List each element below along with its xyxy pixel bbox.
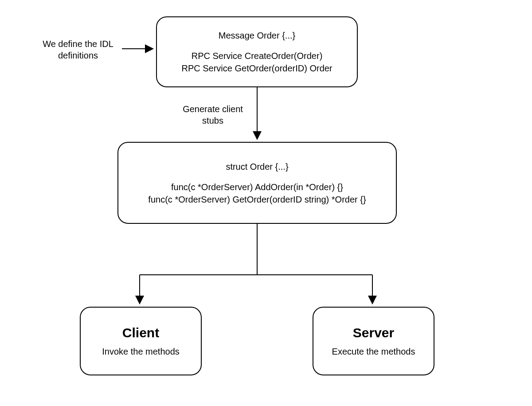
stubs-line3: func(c *OrderServer) GetOrder(orderID st… [148, 193, 366, 206]
server-subtitle: Execute the methods [332, 347, 415, 357]
client-subtitle: Invoke the methods [102, 347, 180, 357]
server-title: Server [353, 325, 394, 340]
idl-line2: RPC Service CreateOrder(Order) [192, 50, 323, 62]
arrow-to-box1 [122, 47, 157, 55]
client-title: Client [122, 325, 159, 340]
generate-stubs-label: Generate client stubs [173, 103, 253, 126]
stubs-line2: func(c *OrderServer) AddOrder(in *Order)… [171, 181, 343, 193]
idl-definition-label: We define the IDL definitions [34, 38, 122, 61]
idl-box: Message Order {...} RPC Service CreateOr… [156, 16, 358, 87]
idl-line1: Message Order {...} [219, 29, 295, 42]
client-box: Client Invoke the methods [80, 307, 202, 375]
branch-arrows [133, 224, 381, 308]
idl-line3: RPC Service GetOrder(orderID) Order [181, 62, 332, 74]
server-box: Server Execute the methods [313, 307, 434, 375]
arrow-box1-to-box2 [255, 87, 264, 143]
stubs-box: struct Order {...} func(c *OrderServer) … [117, 142, 397, 224]
stubs-line1: struct Order {...} [226, 160, 288, 173]
